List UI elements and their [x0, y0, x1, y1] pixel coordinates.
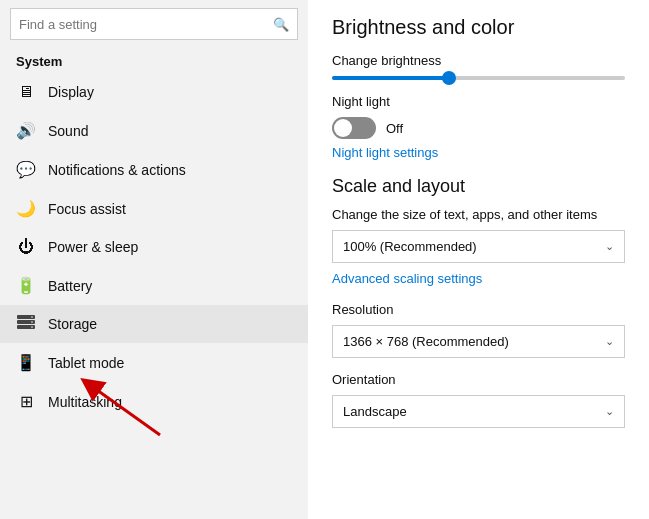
display-icon: 🖥 — [16, 83, 36, 101]
system-section-title: System — [0, 48, 308, 73]
sidebar-item-storage[interactable]: Storage — [0, 305, 308, 343]
toggle-knob — [334, 119, 352, 137]
orientation-selected-value: Landscape — [343, 404, 407, 419]
svg-point-3 — [31, 316, 33, 318]
orientation-group: Orientation Landscape ⌄ — [332, 372, 625, 428]
resolution-label: Resolution — [332, 302, 625, 317]
orientation-chevron-icon: ⌄ — [605, 405, 614, 418]
brightness-slider-track[interactable] — [332, 76, 625, 80]
notifications-icon: 💬 — [16, 160, 36, 179]
night-light-state: Off — [386, 121, 403, 136]
sidebar-item-power[interactable]: ⏻ Power & sleep — [0, 228, 308, 266]
resolution-group: Resolution 1366 × 768 (Recommended) ⌄ — [332, 302, 625, 358]
search-bar[interactable]: 🔍 — [10, 8, 298, 40]
night-light-settings-link[interactable]: Night light settings — [332, 145, 625, 160]
resolution-dropdown[interactable]: 1366 × 768 (Recommended) ⌄ — [332, 325, 625, 358]
tablet-icon: 📱 — [16, 353, 36, 372]
sidebar-item-label: Battery — [48, 278, 92, 294]
sidebar-item-notifications[interactable]: 💬 Notifications & actions — [0, 150, 308, 189]
brightness-label: Change brightness — [332, 53, 625, 68]
sidebar-item-battery[interactable]: 🔋 Battery — [0, 266, 308, 305]
sidebar-item-label: Tablet mode — [48, 355, 124, 371]
focus-icon: 🌙 — [16, 199, 36, 218]
orientation-label: Orientation — [332, 372, 625, 387]
sound-icon: 🔊 — [16, 121, 36, 140]
svg-point-5 — [31, 326, 33, 328]
power-icon: ⏻ — [16, 238, 36, 256]
scale-dropdown[interactable]: 100% (Recommended) ⌄ — [332, 230, 625, 263]
sidebar-item-sound[interactable]: 🔊 Sound — [0, 111, 308, 150]
resolution-selected-value: 1366 × 768 (Recommended) — [343, 334, 509, 349]
storage-icon — [16, 315, 36, 333]
sidebar-item-label: Focus assist — [48, 201, 126, 217]
orientation-dropdown[interactable]: Landscape ⌄ — [332, 395, 625, 428]
night-light-row: Off — [332, 117, 625, 139]
advanced-scaling-link[interactable]: Advanced scaling settings — [332, 271, 625, 286]
scale-section-title: Scale and layout — [332, 176, 625, 197]
brightness-group: Change brightness — [332, 53, 625, 80]
search-icon: 🔍 — [273, 17, 289, 32]
sidebar-item-label: Notifications & actions — [48, 162, 186, 178]
content-panel: Brightness and color Change brightness N… — [308, 0, 649, 519]
sidebar-item-label: Storage — [48, 316, 97, 332]
sidebar-item-multitasking[interactable]: ⊞ Multitasking — [0, 382, 308, 421]
sidebar-item-label: Sound — [48, 123, 88, 139]
night-light-label: Night light — [332, 94, 625, 109]
scale-group: Change the size of text, apps, and other… — [332, 207, 625, 286]
night-light-section: Night light Off Night light settings — [332, 94, 625, 160]
sidebar-item-focus[interactable]: 🌙 Focus assist — [0, 189, 308, 228]
brightness-section-title: Brightness and color — [332, 16, 625, 39]
resolution-chevron-icon: ⌄ — [605, 335, 614, 348]
sidebar: 🔍 System 🖥 Display 🔊 Sound 💬 Notificatio… — [0, 0, 308, 519]
svg-point-4 — [31, 321, 33, 323]
sidebar-item-label: Multitasking — [48, 394, 122, 410]
search-input[interactable] — [19, 17, 273, 32]
sidebar-item-label: Display — [48, 84, 94, 100]
brightness-slider-thumb[interactable] — [442, 71, 456, 85]
battery-icon: 🔋 — [16, 276, 36, 295]
night-light-toggle[interactable] — [332, 117, 376, 139]
scale-chevron-icon: ⌄ — [605, 240, 614, 253]
scale-selected-value: 100% (Recommended) — [343, 239, 477, 254]
scale-label: Change the size of text, apps, and other… — [332, 207, 625, 222]
sidebar-item-display[interactable]: 🖥 Display — [0, 73, 308, 111]
multitasking-icon: ⊞ — [16, 392, 36, 411]
brightness-slider-fill — [332, 76, 449, 80]
sidebar-item-tablet[interactable]: 📱 Tablet mode — [0, 343, 308, 382]
sidebar-item-label: Power & sleep — [48, 239, 138, 255]
